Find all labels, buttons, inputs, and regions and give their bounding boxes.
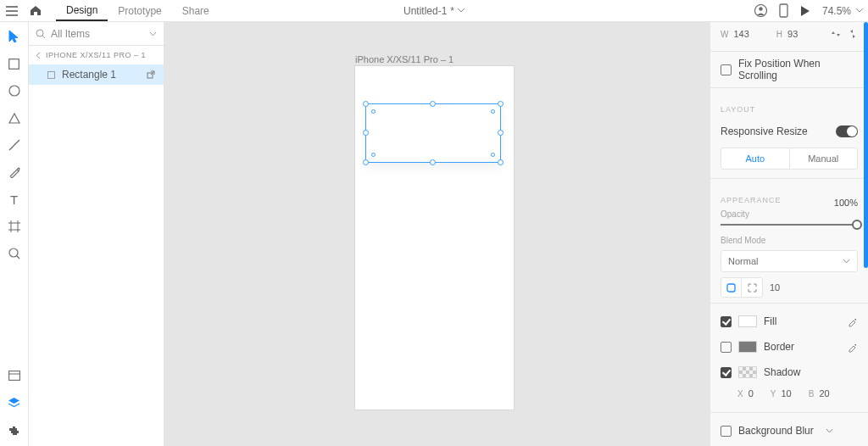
shadow-y-field[interactable]: Y10 (771, 388, 792, 399)
svg-rect-5 (9, 59, 19, 69)
shadow-x-field[interactable]: X0 (737, 388, 754, 399)
opacity-label: Opacity (721, 209, 858, 219)
tab-design[interactable]: Design (56, 0, 108, 21)
text-tool[interactable]: T (7, 192, 22, 207)
artboard-label[interactable]: iPhone X/XS/11 Pro – 1 (355, 54, 453, 64)
document-title[interactable]: Untitled-1 * (403, 5, 465, 17)
design-canvas[interactable]: iPhone X/XS/11 Pro – 1 (164, 22, 709, 446)
resize-handle-n[interactable] (430, 101, 436, 107)
breadcrumb-text: IPHONE X/XS/11 PRO – 1 (46, 51, 146, 59)
resize-mode-segment[interactable]: Auto Manual (721, 148, 858, 170)
responsive-toggle[interactable] (836, 125, 858, 137)
zoom-value: 74.5% (822, 5, 851, 17)
eyedropper-icon[interactable] (847, 342, 858, 353)
svg-rect-21 (8, 371, 19, 381)
account-icon[interactable] (754, 4, 767, 17)
svg-point-24 (36, 30, 43, 36)
device-preview-icon[interactable] (779, 3, 788, 18)
home-icon[interactable] (24, 0, 47, 21)
layer-item-selected[interactable]: Rectangle 1 (29, 64, 164, 85)
corner-radius-mode[interactable] (721, 277, 763, 298)
hamburger-menu[interactable] (0, 0, 24, 21)
rectangle-tool[interactable] (7, 56, 22, 71)
border-checkbox[interactable] (721, 342, 732, 353)
property-inspector: W143 H93 Fix Position When Scrolling LAY… (709, 22, 868, 446)
chevron-down-icon (458, 8, 465, 13)
svg-text:T: T (10, 194, 18, 205)
line-tool[interactable] (7, 137, 22, 153)
corner-radius-input[interactable]: 10 (770, 282, 780, 293)
title-text: Untitled-1 (403, 5, 447, 17)
pen-tool[interactable] (7, 164, 22, 180)
border-swatch[interactable] (738, 341, 757, 353)
selected-rectangle[interactable] (365, 103, 501, 163)
scrollbar-thumb[interactable] (864, 22, 868, 268)
corner-radius-handle[interactable] (371, 109, 376, 114)
resize-handle-sw[interactable] (363, 159, 369, 165)
artboard-tool[interactable] (7, 219, 22, 234)
corner-radius-handle[interactable] (491, 109, 495, 114)
tab-share[interactable]: Share (172, 0, 220, 21)
corner-radius-handle[interactable] (371, 153, 376, 157)
filter-label: All Items (51, 28, 90, 40)
svg-rect-10 (11, 223, 18, 230)
resize-handle-se[interactable] (498, 159, 504, 165)
chevron-down-icon[interactable] (826, 428, 833, 433)
breadcrumb[interactable]: IPHONE X/XS/11 PRO – 1 (29, 46, 164, 64)
opacity-value: 100% (834, 198, 858, 208)
shadow-label: Shadow (764, 366, 800, 378)
shadow-swatch[interactable] (738, 366, 757, 378)
svg-point-1 (759, 7, 762, 10)
rectangle-icon (47, 71, 55, 79)
corner-radius-handle[interactable] (491, 153, 495, 157)
fix-position-checkbox[interactable] (721, 64, 732, 75)
svg-marker-3 (801, 6, 810, 16)
shadow-blur-field[interactable]: B20 (809, 388, 830, 399)
chevron-down-icon (856, 8, 863, 13)
top-bar: Design Prototype Share Untitled-1 * 74.5… (0, 0, 868, 22)
flip-vertical-icon[interactable] (848, 29, 858, 39)
eyedropper-icon[interactable] (847, 316, 858, 327)
layers-icon[interactable] (7, 395, 22, 410)
opacity-slider[interactable] (721, 224, 858, 226)
layers-filter[interactable]: All Items (29, 22, 164, 46)
resize-handle-ne[interactable] (498, 101, 504, 107)
svg-marker-23 (8, 398, 19, 404)
segment-auto[interactable]: Auto (721, 148, 790, 169)
slider-knob[interactable] (852, 220, 862, 230)
external-link-icon[interactable] (147, 70, 155, 79)
resize-handle-s[interactable] (430, 159, 436, 165)
chevron-down-icon (149, 31, 157, 36)
fill-swatch[interactable] (738, 315, 757, 327)
layers-panel: All Items IPHONE X/XS/11 PRO – 1 Rectang… (29, 22, 164, 446)
resize-handle-e[interactable] (498, 130, 504, 136)
width-field[interactable]: W143 (721, 29, 749, 39)
bg-blur-checkbox[interactable] (721, 426, 732, 437)
assets-icon[interactable] (7, 368, 22, 383)
plugins-icon[interactable] (7, 422, 22, 438)
inspector-scrollbar[interactable] (863, 22, 868, 446)
height-field[interactable]: H93 (776, 29, 798, 39)
fill-checkbox[interactable] (721, 316, 732, 327)
blend-mode-dropdown[interactable]: Normal (721, 250, 858, 272)
polygon-tool[interactable] (7, 110, 22, 125)
play-icon[interactable] (800, 5, 810, 17)
zoom-tool[interactable] (7, 246, 22, 261)
tab-prototype[interactable]: Prototype (108, 0, 171, 21)
border-label: Border (764, 341, 794, 353)
zoom-control[interactable]: 74.5% (822, 5, 863, 17)
blend-label: Blend Mode (710, 226, 868, 247)
artboard[interactable] (355, 66, 514, 410)
svg-line-8 (9, 140, 19, 150)
resize-handle-w[interactable] (363, 130, 369, 136)
chevron-down-icon (843, 259, 850, 264)
shadow-checkbox[interactable] (721, 367, 732, 378)
resize-handle-nw[interactable] (363, 101, 369, 107)
svg-marker-4 (9, 31, 18, 42)
select-tool[interactable] (7, 29, 22, 44)
ellipse-tool[interactable] (7, 83, 22, 98)
layer-name: Rectangle 1 (62, 69, 116, 81)
segment-manual[interactable]: Manual (790, 148, 858, 169)
flip-horizontal-icon[interactable] (831, 29, 841, 39)
tool-rail: T (0, 22, 29, 446)
